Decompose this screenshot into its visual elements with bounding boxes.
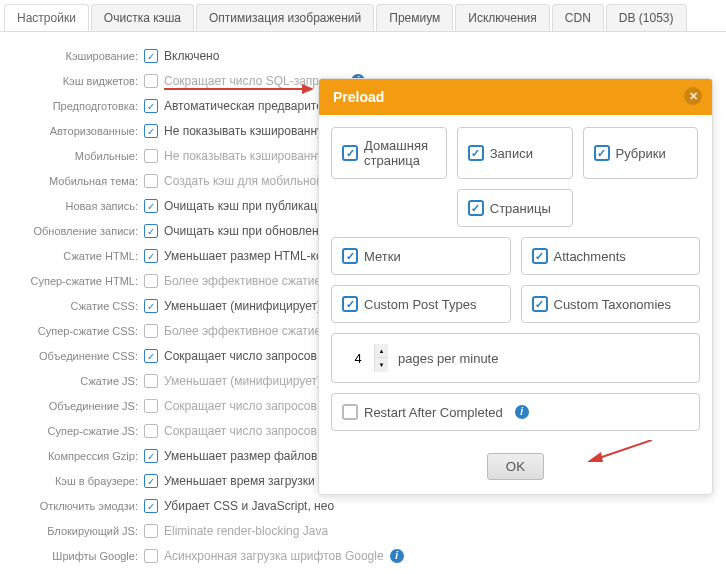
setting-desc: Более эффективное сжатие C — [164, 324, 333, 338]
checkbox-icon[interactable]: ✓ — [144, 474, 158, 488]
opt-label: Домашняя страница — [364, 138, 436, 168]
checkbox-icon[interactable] — [144, 74, 158, 88]
restart-row[interactable]: Restart After Completed i — [331, 393, 700, 431]
close-icon[interactable]: ✕ — [684, 87, 702, 105]
tab-cache-clean[interactable]: Очистка кэша — [91, 4, 194, 31]
setting-desc: Eliminate render-blocking Java — [164, 524, 328, 538]
setting-desc: Очищать кэш при публикаци — [164, 199, 324, 213]
ppm-input[interactable] — [342, 344, 374, 372]
checkbox-icon[interactable] — [342, 248, 358, 264]
opt-posts[interactable]: Записи — [457, 127, 573, 179]
setting-desc: Включено — [164, 49, 219, 63]
setting-desc: Более эффективное сжатие H — [164, 274, 333, 288]
checkbox-icon[interactable]: ✓ — [144, 99, 158, 113]
setting-row: Кэширование:✓Включено — [10, 45, 716, 67]
setting-label: Компрессия Gzip: — [10, 450, 144, 462]
setting-label: Мобильная тема: — [10, 175, 144, 187]
checkbox-icon[interactable] — [468, 145, 484, 161]
tab-premium[interactable]: Премиум — [376, 4, 453, 31]
setting-desc: Уменьшает (минифицирует) с — [164, 299, 330, 313]
setting-label: Сжатие CSS: — [10, 300, 144, 312]
setting-label: Шрифты Google: — [10, 550, 144, 562]
tab-exclusions[interactable]: Исключения — [455, 4, 550, 31]
setting-desc: Сокращает число запросов к — [164, 399, 325, 413]
opt-tags[interactable]: Метки — [331, 237, 511, 275]
setting-label: Объединение CSS: — [10, 350, 144, 362]
setting-desc: Уменьшает размер HTML-код — [164, 249, 329, 263]
restart-label: Restart After Completed — [364, 405, 503, 420]
tab-image-opt[interactable]: Оптимизация изображений — [196, 4, 374, 31]
checkbox-icon[interactable]: ✓ — [144, 124, 158, 138]
checkbox-icon[interactable] — [144, 399, 158, 413]
setting-desc: Сокращает число запросов, о — [164, 424, 330, 438]
checkbox-icon[interactable]: ✓ — [144, 299, 158, 313]
setting-desc: Уменьшает размер файлов, о — [164, 449, 331, 463]
spinner-up-icon[interactable]: ▲ — [374, 344, 388, 358]
setting-label: Мобильные: — [10, 150, 144, 162]
tab-db[interactable]: DB (1053) — [606, 4, 687, 31]
setting-row: Блокирующий JS:Eliminate render-blocking… — [10, 520, 716, 542]
checkbox-icon[interactable] — [144, 174, 158, 188]
opt-pages[interactable]: Страницы — [457, 189, 573, 227]
checkbox-icon[interactable] — [594, 145, 610, 161]
spinner: ▲ ▼ — [374, 344, 388, 372]
modal-title-bar: Preload ✕ — [319, 79, 712, 115]
setting-label: Новая запись: — [10, 200, 144, 212]
spinner-down-icon[interactable]: ▼ — [374, 358, 388, 372]
checkbox-icon[interactable] — [468, 200, 484, 216]
setting-label: Авторизованные: — [10, 125, 144, 137]
opt-ctx[interactable]: Custom Taxonomies — [521, 285, 701, 323]
setting-desc: Убирает CSS и JavaScript, нео — [164, 499, 334, 513]
checkbox-icon[interactable]: ✓ — [144, 449, 158, 463]
setting-label: Обновление записи: — [10, 225, 144, 237]
checkbox-icon[interactable]: ✓ — [144, 199, 158, 213]
checkbox-icon[interactable] — [144, 549, 158, 563]
opt-categories[interactable]: Рубрики — [583, 127, 699, 179]
opt-label: Метки — [364, 249, 401, 264]
setting-desc: Очищать кэш при обновлени — [164, 224, 325, 238]
tabs-bar: Настройки Очистка кэша Оптимизация изобр… — [0, 0, 726, 32]
info-icon[interactable]: i — [515, 405, 529, 419]
setting-desc: Не показывать кэшированну — [164, 124, 323, 138]
setting-label: Кэш виджетов: — [10, 75, 144, 87]
opt-home[interactable]: Домашняя страница — [331, 127, 447, 179]
checkbox-icon[interactable] — [144, 374, 158, 388]
modal-footer: OK — [319, 443, 712, 494]
setting-desc: Не показывать кэшированну — [164, 149, 323, 163]
setting-label: Супер-сжатие HTML: — [10, 275, 144, 287]
checkbox-icon[interactable] — [144, 149, 158, 163]
setting-desc: Асинхронная загрузка шрифтов Google — [164, 549, 384, 563]
checkbox-icon[interactable] — [144, 424, 158, 438]
checkbox-icon[interactable]: ✓ — [144, 224, 158, 238]
checkbox-icon[interactable] — [342, 296, 358, 312]
checkbox-icon[interactable]: ✓ — [144, 349, 158, 363]
checkbox-icon[interactable] — [144, 274, 158, 288]
setting-label: Кэш в браузере: — [10, 475, 144, 487]
checkbox-icon[interactable] — [342, 145, 358, 161]
setting-desc: Создать кэш для мобильной — [164, 174, 323, 188]
checkbox-icon[interactable]: ✓ — [144, 249, 158, 263]
tab-settings[interactable]: Настройки — [4, 4, 89, 31]
tab-cdn[interactable]: CDN — [552, 4, 604, 31]
setting-desc: Уменьшает время загрузки дл — [164, 474, 332, 488]
setting-row: Шрифты Google:Асинхронная загрузка шрифт… — [10, 545, 716, 567]
opt-label: Записи — [490, 146, 533, 161]
checkbox-icon[interactable] — [532, 248, 548, 264]
setting-row: Отключить эмодзи:✓Убирает CSS и JavaScri… — [10, 495, 716, 517]
checkbox-icon[interactable]: ✓ — [144, 499, 158, 513]
checkbox-icon[interactable] — [342, 404, 358, 420]
opt-attachments[interactable]: Attachments — [521, 237, 701, 275]
setting-label: Супер-сжатие JS: — [10, 425, 144, 437]
info-icon[interactable]: i — [390, 549, 404, 563]
setting-desc: Автоматическая предварительн — [164, 99, 342, 113]
checkbox-icon[interactable] — [144, 324, 158, 338]
opt-label: Attachments — [554, 249, 626, 264]
checkbox-icon[interactable] — [144, 524, 158, 538]
ok-button[interactable]: OK — [487, 453, 544, 480]
setting-label: Отключить эмодзи: — [10, 500, 144, 512]
checkbox-icon[interactable]: ✓ — [144, 49, 158, 63]
checkbox-icon[interactable] — [532, 296, 548, 312]
modal-body: Домашняя страница Записи Рубрики Страниц… — [319, 115, 712, 443]
setting-label: Сжатие JS: — [10, 375, 144, 387]
opt-cpt[interactable]: Custom Post Types — [331, 285, 511, 323]
